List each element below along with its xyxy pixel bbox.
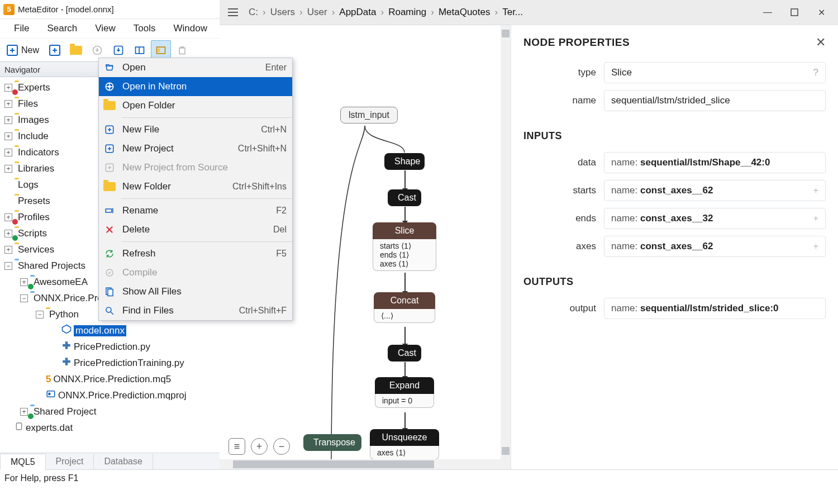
tree-item[interactable]: ONNX.Price.Prediction.mqproj [0, 387, 220, 403]
tree-item[interactable]: model.onnx [0, 322, 220, 339]
menu-item-open[interactable]: OpenEnter [99, 58, 292, 77]
breadcrumb-segment[interactable]: Users [268, 7, 297, 18]
breadcrumb-segment[interactable]: C: [246, 7, 260, 18]
tree-label: Indicators [18, 147, 59, 158]
expand-toggle[interactable]: − [4, 262, 12, 270]
menu-item-rename[interactable]: RenameF2 [99, 201, 292, 220]
tree-label: Include [18, 131, 49, 142]
prop-value[interactable]: name: const_axes__32+ [604, 208, 826, 229]
newfile-icon [103, 123, 116, 136]
list-button[interactable]: ≡ [228, 438, 245, 455]
expand-icon[interactable]: + [813, 186, 818, 196]
menu-file[interactable]: File [5, 21, 38, 36]
prop-value[interactable]: name: sequential/lstm/strided_slice:0 [604, 298, 826, 319]
expand-toggle[interactable]: + [4, 246, 12, 254]
menu-tools[interactable]: Tools [125, 21, 165, 36]
expand-toggle[interactable]: + [4, 213, 12, 221]
tree-item[interactable]: 5ONNX.Price.Prediction.mq5 [0, 371, 220, 387]
expand-toggle [36, 375, 44, 383]
outputs-heading: OUTPUTS [523, 276, 826, 288]
graph-node-cast[interactable]: Cast [388, 345, 421, 362]
prop-value[interactable]: name: sequential/lstm/Shape__42:0 [604, 152, 826, 173]
prop-value[interactable]: name: const_axes__62+ [604, 180, 826, 201]
breadcrumb-segment[interactable]: MetaQuotes [436, 7, 493, 18]
tree-item[interactable]: PricePrediction.py [0, 339, 220, 355]
menu-search[interactable]: Search [38, 21, 86, 36]
prop-row-data: dataname: sequential/lstm/Shape__42:0 [523, 152, 826, 173]
tree-item[interactable]: experts.dat [0, 420, 220, 436]
menu-shortcut: Ctrl+Shift+Ins [232, 182, 287, 192]
graph-node-concat[interactable]: Concat⟨...⟩ [374, 292, 435, 323]
expand-toggle[interactable]: + [4, 84, 12, 92]
menu-view[interactable]: View [86, 21, 125, 36]
scrollbar-vertical[interactable] [501, 25, 511, 459]
close-button[interactable]: ✕ [808, 2, 835, 22]
help-icon[interactable]: ? [813, 67, 818, 78]
graph-node-cast[interactable]: Cast [388, 189, 421, 206]
breadcrumb-segment[interactable]: Roaming [386, 7, 428, 18]
prop-name-value[interactable]: sequential/lstm/strided_slice [604, 90, 826, 111]
breadcrumb-segment[interactable]: Ter... [500, 7, 525, 18]
menu-item-open-in-netron[interactable]: Open in Netron [99, 77, 292, 96]
graph-node-unsqueeze[interactable]: Unsqueezeaxes ⟨1⟩ [370, 429, 439, 460]
breadcrumb[interactable]: C:›Users›User›AppData›Roaming›MetaQuotes… [246, 7, 751, 18]
menu-label: Delete [122, 224, 266, 235]
svg-rect-13 [791, 9, 798, 16]
menu-label: New Project [122, 143, 231, 154]
expand-toggle[interactable]: + [4, 230, 12, 237]
breadcrumb-segment[interactable]: AppData [337, 7, 378, 18]
new-doc-button[interactable] [45, 40, 65, 60]
tab-database[interactable]: Database [94, 454, 153, 469]
folder-icon [15, 163, 16, 174]
expand-toggle[interactable]: − [36, 311, 44, 318]
graph-node-transpose[interactable]: Transpose [303, 434, 361, 451]
menu-item-delete[interactable]: DeleteDel [99, 220, 292, 239]
properties-close-button[interactable]: ✕ [816, 35, 826, 50]
tree-item[interactable]: +Shared Project [0, 403, 220, 420]
prop-row-output: outputname: sequential/lstm/strided_slic… [523, 298, 826, 319]
prop-type-value[interactable]: Slice ? [604, 62, 826, 83]
menu-item-open-folder[interactable]: Open Folder [99, 96, 292, 115]
breadcrumb-segment[interactable]: User [305, 7, 330, 18]
zoom-out-button[interactable]: − [273, 438, 290, 455]
folder-icon [103, 99, 116, 112]
zoom-in-button[interactable]: + [251, 438, 268, 455]
tree-item[interactable]: PricePredictionTraining.py [0, 355, 220, 371]
minimize-button[interactable]: — [754, 2, 781, 22]
tab-mql5[interactable]: MQL5 [0, 454, 46, 470]
menu-item-new-project[interactable]: New ProjectCtrl+Shift+N [99, 139, 292, 158]
expand-toggle[interactable]: + [4, 149, 12, 156]
menu-item-show-all-files[interactable]: Show All Files [99, 282, 292, 301]
expand-toggle[interactable]: + [4, 116, 12, 124]
prop-value[interactable]: name: const_axes__62+ [604, 236, 826, 257]
menu-label: Compile [122, 267, 287, 278]
expand-toggle[interactable]: + [20, 408, 28, 416]
expand-toggle[interactable]: − [20, 294, 28, 302]
menu-item-refresh[interactable]: RefreshF5 [99, 244, 292, 263]
graph-node-slice[interactable]: Slicestarts ⟨1⟩ends ⟨1⟩axes ⟨1⟩ [373, 222, 436, 271]
open-folder-button[interactable] [66, 40, 86, 60]
scrollbar-horizontal[interactable] [220, 459, 511, 469]
graph-node-shape[interactable]: Shape [384, 153, 425, 170]
menu-item-new-folder[interactable]: New FolderCtrl+Shift+Ins [99, 177, 292, 196]
graph-node-expand[interactable]: Expandinput = 0 [375, 377, 434, 408]
expand-icon[interactable]: + [813, 213, 818, 224]
new-button[interactable]: New [2, 40, 44, 60]
maximize-button[interactable] [781, 2, 808, 22]
expand-toggle[interactable]: + [4, 165, 12, 173]
menu-item-find-in-files[interactable]: Find in FilesCtrl+Shift+F [99, 301, 292, 320]
newprojsrc-icon [103, 161, 116, 174]
tree-label: ONNX.Price.Prediction.mqproj [58, 390, 187, 401]
expand-toggle[interactable]: + [20, 278, 28, 286]
folder-icon [15, 212, 16, 223]
menu-window[interactable]: Window [165, 21, 216, 36]
rename-icon [103, 205, 116, 217]
expand-toggle[interactable]: + [4, 100, 12, 108]
menu-item-new-file[interactable]: New FileCtrl+N [99, 120, 292, 139]
expand-toggle[interactable]: + [4, 132, 12, 140]
menu-shortcut: F5 [276, 249, 287, 259]
tab-project[interactable]: Project [46, 454, 94, 469]
expand-icon[interactable]: + [813, 241, 818, 251]
folder-icon [15, 131, 16, 142]
hamburger-button[interactable] [223, 8, 243, 16]
